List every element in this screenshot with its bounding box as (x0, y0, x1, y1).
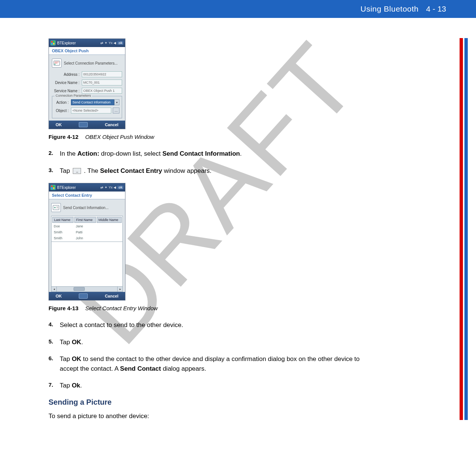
step-text: Tap OK to send the contact to the other … (60, 354, 375, 373)
keyboard-icon[interactable] (79, 293, 88, 299)
signal-icon: Yx (109, 186, 113, 189)
table-empty-area (51, 242, 123, 287)
object-label: Object : (55, 109, 71, 113)
section-intro: To send a picture to another device: (49, 413, 375, 420)
ok-button[interactable]: OK (56, 294, 62, 298)
svg-rect-0 (51, 41, 53, 43)
page-header: Using Bluetooth 4 - 13 (0, 0, 476, 18)
svg-rect-6 (51, 186, 53, 187)
table-row[interactable]: Smith Patti (52, 230, 122, 235)
cancel-button[interactable]: Cancel (105, 294, 118, 298)
app-titlebar: BTExplorer ⇄ ✦ Yx ◀ ok (49, 183, 125, 192)
svg-point-5 (55, 64, 56, 65)
tray-icons: ⇄ ✦ Yx ◀ ok (100, 186, 124, 189)
step-text: Tap OK. (60, 337, 375, 347)
windows-start-icon[interactable] (50, 185, 56, 190)
bluetooth-icon: ⇄ (100, 41, 103, 45)
step-text: Tap Ok. (60, 381, 375, 390)
screenshot-select-contact: BTExplorer ⇄ ✦ Yx ◀ ok Select Contact En… (49, 183, 125, 301)
section-heading: Sending a Picture (49, 398, 375, 407)
contacts-table[interactable]: Last Name First Name Middle Name Doe Jan… (51, 216, 123, 242)
keyboard-icon[interactable] (79, 122, 88, 127)
figure-caption-4-12: Figure 4-12 OBEX Object Push Window (49, 134, 375, 140)
app-title: BTExplorer (57, 41, 76, 45)
app-title: BTExplorer (57, 186, 76, 190)
window-subtitle: OBEX Object Push (49, 47, 125, 55)
svg-rect-7 (53, 186, 55, 187)
connection-icon (52, 59, 62, 68)
step-text: In the Action: drop-down list, select Se… (60, 149, 375, 159)
scroll-right-icon[interactable]: ▸ (117, 287, 122, 292)
window-subtitle: Select Contact Entry (49, 192, 125, 199)
header-title: Using Bluetooth (361, 4, 419, 13)
softkey-bar: OK Cancel (49, 292, 125, 300)
softkey-bar: OK Cancel (49, 121, 125, 129)
scroll-thumb[interactable] (74, 287, 85, 291)
step-2: 2. In the Action: drop-down list, select… (49, 149, 375, 159)
step-number: 7. (49, 381, 60, 390)
titlebar-ok-button[interactable]: ok (117, 41, 124, 45)
address-label: Address : (52, 72, 82, 77)
svg-rect-8 (51, 187, 53, 189)
svg-rect-1 (53, 41, 55, 43)
step-number: 6. (49, 354, 60, 373)
step-text: Select a contact to send to the other de… (60, 320, 375, 330)
connectivity-icon: ✦ (105, 186, 108, 189)
ok-button[interactable]: OK (56, 122, 62, 127)
titlebar-ok-button[interactable]: ok (117, 186, 124, 189)
col-middle-name[interactable]: Middle Name (97, 217, 122, 223)
step-number: 5. (49, 337, 60, 347)
horizontal-scrollbar[interactable]: ◂ ▸ (51, 287, 123, 292)
screenshot-obex-push: BTExplorer ⇄ ✦ Yx ◀ ok OBEX Object Push … (49, 38, 125, 129)
device-name-label: Device Name : (52, 81, 82, 85)
side-tab-blue (464, 38, 468, 420)
object-field[interactable]: <None Selected> (71, 108, 111, 113)
connection-params-legend: Connection Parameters (55, 94, 92, 97)
select-params-label[interactable]: Select Connection Parameters... (64, 61, 118, 65)
step-number: 3. (49, 166, 60, 176)
svg-rect-10 (53, 205, 59, 210)
svg-rect-3 (53, 43, 55, 44)
step-4: 4. Select a contact to send to the other… (49, 320, 375, 330)
chevron-down-icon[interactable]: ▾ (114, 99, 119, 105)
send-contact-label: Send Contact Information... (63, 206, 109, 210)
side-tab-red (460, 38, 463, 420)
bluetooth-icon: ⇄ (100, 186, 103, 189)
table-row[interactable]: Smith John (52, 236, 122, 241)
address-field[interactable]: 0012D3504922 (82, 71, 122, 77)
action-label: Action : (55, 100, 71, 105)
col-last-name[interactable]: Last Name (52, 217, 74, 223)
cancel-button[interactable]: Cancel (105, 122, 118, 127)
app-titlebar: BTExplorer ⇄ ✦ Yx ◀ ok (49, 39, 125, 47)
col-first-name[interactable]: First Name (74, 217, 96, 223)
table-row[interactable]: Doe Jane (52, 224, 122, 229)
step-5: 5. Tap OK. (49, 337, 375, 347)
volume-icon: ◀ (113, 41, 116, 45)
signal-icon: Yx (109, 41, 113, 45)
step-6: 6. Tap OK to send the contact to the oth… (49, 354, 375, 373)
header-page-number: 4 - 13 (426, 4, 446, 13)
svg-point-11 (54, 207, 56, 208)
windows-start-icon[interactable] (50, 40, 56, 46)
contact-icon (51, 203, 61, 212)
table-header-row: Last Name First Name Middle Name (52, 217, 122, 223)
scroll-track[interactable] (57, 287, 117, 292)
step-number: 4. (49, 320, 60, 330)
scroll-left-icon[interactable]: ◂ (52, 287, 57, 292)
volume-icon: ◀ (113, 186, 116, 189)
service-name-label: Service Name : (52, 89, 82, 93)
ellipsis-button-icon: ... (73, 168, 81, 174)
figure-caption-4-13: Figure 4-13 Select Contact Entry Window (49, 305, 375, 311)
tray-icons: ⇄ ✦ Yx ◀ ok (100, 41, 124, 45)
action-dropdown[interactable]: Send Contact Information (71, 99, 114, 105)
step-number: 2. (49, 149, 60, 159)
browse-button[interactable]: … (113, 108, 119, 113)
connectivity-icon: ✦ (105, 41, 108, 45)
svg-rect-2 (51, 43, 53, 44)
device-name-field[interactable]: MC70_001 (82, 80, 122, 85)
step-7: 7. Tap Ok. (49, 381, 375, 390)
connection-params-group: Connection Parameters Action : Send Cont… (52, 96, 122, 118)
svg-rect-9 (53, 187, 55, 189)
service-name-field[interactable]: OBEX Object Push 1 (82, 88, 122, 94)
step-text: Tap ... . The Select Contact Entry windo… (60, 166, 375, 176)
